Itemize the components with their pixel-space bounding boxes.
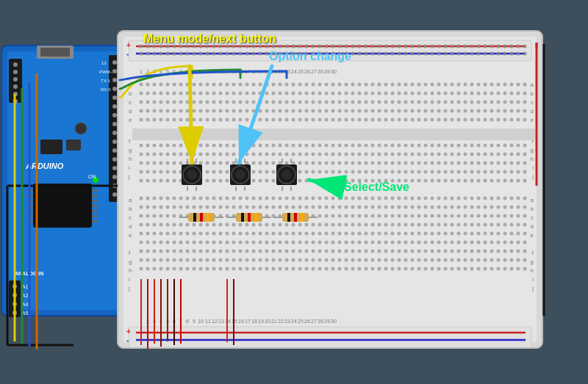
svg-point-659 — [173, 162, 176, 165]
svg-point-605 — [206, 153, 209, 156]
svg-point-438 — [279, 109, 282, 113]
svg-text:b: b — [531, 90, 534, 97]
svg-point-107 — [378, 45, 381, 48]
svg-point-637 — [417, 153, 421, 156]
svg-point-1267 — [292, 258, 295, 262]
svg-point-390 — [351, 101, 355, 104]
svg-point-1173 — [451, 241, 454, 244]
svg-point-431 — [232, 109, 236, 113]
svg-point-991 — [417, 214, 421, 218]
svg-point-287 — [451, 83, 454, 87]
svg-point-133 — [159, 52, 163, 56]
svg-point-26 — [112, 175, 117, 179]
svg-point-359 — [146, 101, 150, 104]
arduino-board: 13 PWM~ TX-1 RX-0 ARDUINO — [1, 46, 128, 317]
svg-point-943 — [490, 206, 494, 209]
svg-point-171 — [411, 52, 415, 56]
svg-point-842 — [212, 197, 216, 200]
svg-point-79 — [193, 45, 196, 48]
svg-point-374 — [245, 101, 249, 104]
svg-point-316 — [252, 92, 256, 95]
svg-point-1295 — [477, 258, 481, 262]
svg-point-876 — [437, 197, 441, 200]
svg-point-620 — [305, 153, 309, 156]
svg-point-1002 — [490, 214, 494, 218]
svg-point-1146 — [272, 241, 276, 244]
svg-point-1132 — [179, 241, 183, 244]
svg-text:h: h — [129, 267, 132, 274]
svg-point-164 — [365, 52, 368, 56]
svg-point-1115 — [457, 232, 461, 236]
svg-point-429 — [219, 109, 223, 113]
svg-point-1137 — [212, 241, 216, 244]
svg-point-1227 — [417, 250, 421, 253]
svg-point-537 — [146, 144, 150, 148]
svg-point-571 — [371, 144, 375, 148]
svg-point-831 — [140, 197, 143, 200]
svg-point-471 — [497, 109, 501, 113]
svg-text:c: c — [129, 99, 132, 106]
svg-point-1177 — [477, 241, 481, 244]
svg-point-315 — [245, 92, 249, 95]
svg-point-329 — [338, 92, 342, 95]
svg-point-685 — [345, 162, 348, 165]
svg-point-1280 — [378, 258, 381, 262]
svg-point-91 — [272, 45, 276, 48]
svg-point-750 — [384, 170, 388, 174]
svg-point-1024 — [245, 223, 249, 227]
svg-point-711 — [517, 162, 520, 165]
svg-point-1315 — [219, 267, 223, 271]
svg-point-1005 — [510, 214, 514, 218]
svg-point-1207 — [285, 250, 289, 253]
svg-point-893 — [159, 206, 163, 209]
svg-point-1222 — [384, 250, 388, 253]
svg-point-887 — [510, 197, 514, 200]
svg-point-466 — [464, 109, 467, 113]
svg-text:12: 12 — [212, 319, 218, 324]
svg-point-1176 — [470, 241, 474, 244]
svg-point-1321 — [259, 267, 262, 271]
svg-point-915 — [305, 206, 309, 209]
svg-point-261 — [279, 83, 282, 87]
svg-point-837 — [179, 197, 183, 200]
svg-point-976 — [318, 214, 322, 218]
svg-point-308 — [199, 92, 203, 95]
svg-point-910 — [272, 206, 276, 209]
svg-text:j: j — [531, 173, 534, 180]
svg-point-109 — [391, 45, 395, 48]
svg-point-1151 — [305, 241, 309, 244]
svg-point-281 — [411, 83, 415, 87]
svg-point-321 — [285, 92, 289, 95]
svg-point-116 — [437, 45, 441, 48]
svg-point-708 — [497, 162, 501, 165]
svg-point-1294 — [470, 258, 474, 262]
svg-point-1250 — [179, 258, 183, 262]
svg-point-1081 — [232, 232, 236, 236]
svg-point-1236 — [477, 250, 481, 253]
svg-point-684 — [338, 162, 342, 165]
svg-point-640 — [437, 153, 441, 156]
svg-point-443 — [312, 109, 315, 113]
svg-point-801 — [331, 179, 335, 183]
svg-point-1079 — [219, 232, 223, 236]
svg-point-486 — [206, 118, 209, 122]
svg-point-602 — [186, 153, 190, 156]
svg-point-776 — [166, 179, 170, 183]
svg-point-1022 — [232, 223, 236, 227]
svg-point-841 — [206, 197, 209, 200]
svg-point-1296 — [484, 258, 487, 262]
svg-point-815 — [424, 179, 428, 183]
svg-point-1055 — [451, 223, 454, 227]
svg-point-1179 — [490, 241, 494, 244]
svg-point-1152 — [312, 241, 315, 244]
svg-point-501 — [305, 118, 309, 122]
svg-point-843 — [219, 197, 223, 200]
svg-point-28 — [112, 192, 117, 197]
svg-point-660 — [179, 162, 183, 165]
svg-text:29: 29 — [324, 69, 330, 74]
svg-point-285 — [437, 83, 441, 87]
svg-point-1356 — [490, 267, 494, 271]
svg-text:26: 26 — [304, 69, 310, 74]
svg-point-751 — [391, 170, 395, 174]
svg-point-1310 — [186, 267, 190, 271]
